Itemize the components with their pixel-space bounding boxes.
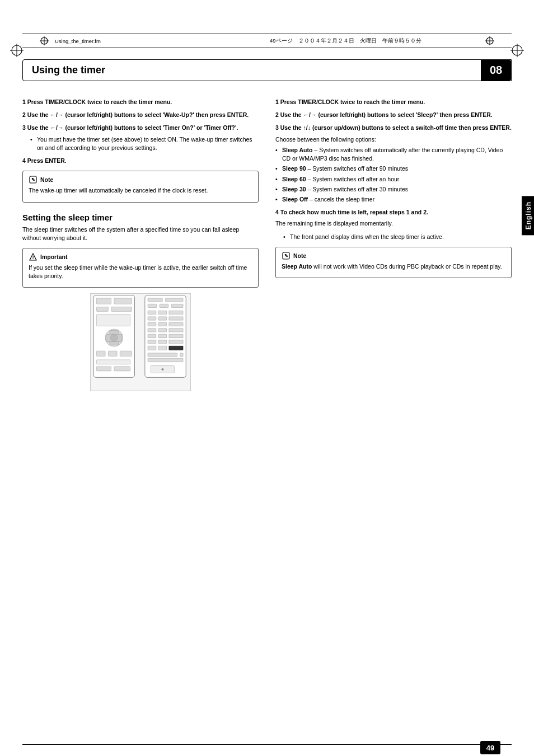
sleep-option-auto-desc: – System switches off automatically afte… [282, 147, 503, 162]
svg-rect-34 [120, 351, 132, 356]
svg-rect-45 [158, 311, 167, 314]
right-step3: 3 Use the ↑/↓ (cursor up/down) buttons t… [275, 124, 512, 132]
svg-rect-43 [171, 304, 183, 308]
svg-point-31 [111, 335, 118, 342]
svg-rect-56 [148, 335, 156, 338]
sleep-option-off-desc: – cancels the sleep timer [308, 196, 374, 203]
right-note-header: ✎ Note [282, 251, 505, 260]
right-note-body-text: will not work with Video CDs during PBC … [312, 263, 502, 270]
remote-image-wrap: ⊕ [22, 293, 259, 391]
left-step4: 4 Press ENTER. [22, 157, 259, 165]
svg-text:⊕: ⊕ [161, 368, 164, 372]
reg-mark-right [485, 36, 495, 46]
svg-rect-58 [169, 335, 183, 338]
important-header: ! Important [29, 252, 252, 261]
english-tab: English [522, 196, 534, 235]
two-column-layout: 1 Press TIMER/CLOCK twice to reach the t… [22, 98, 512, 391]
svg-text:✎: ✎ [284, 253, 288, 259]
svg-rect-37 [114, 367, 130, 371]
sleep-option-auto-label: Sleep Auto [282, 147, 312, 153]
left-column: 1 Press TIMER/CLOCK twice to reach the t… [22, 98, 259, 391]
svg-rect-67 [148, 359, 183, 362]
svg-rect-33 [108, 351, 117, 356]
svg-rect-52 [169, 323, 183, 326]
svg-text:✎: ✎ [31, 177, 35, 182]
chapter-number: 08 [481, 60, 511, 81]
svg-rect-49 [169, 317, 183, 320]
svg-rect-47 [148, 317, 156, 320]
svg-rect-23 [96, 298, 111, 304]
sleep-option-90: Sleep 90 – System switches off after 90 … [275, 165, 512, 173]
important-icon: ! [29, 252, 38, 261]
left-note-body: The wake-up timer will automatically be … [29, 186, 252, 195]
svg-rect-27 [96, 314, 130, 326]
left-step3-list: You must have the timer set (see above) … [30, 135, 259, 152]
right-note-icon: ✎ [282, 251, 291, 260]
sleep-option-60-desc: – System switches off after an hour [306, 176, 400, 182]
svg-rect-32 [96, 351, 105, 356]
sleep-option-30-desc: – System switches off after 30 minutes [306, 186, 408, 192]
sleep-option-off-label: Sleep Off [282, 196, 308, 203]
reg-mark-left [39, 36, 49, 46]
right-step1: 1 Press TIMER/CLOCK twice to reach the t… [275, 98, 512, 106]
sleep-option-60-label: Sleep 60 [282, 176, 306, 182]
left-step3-indent: You must have the timer set (see above) … [22, 135, 259, 152]
left-note-label: Note [40, 176, 53, 183]
bottom-border-line [22, 744, 512, 745]
svg-rect-24 [114, 298, 132, 304]
svg-rect-54 [158, 328, 167, 332]
file-header: Using_the_timer.fm 49ページ ２００４年２月２４日 火曜日 … [22, 34, 512, 48]
svg-rect-48 [158, 317, 167, 320]
sleep-option-30-label: Sleep 30 [282, 186, 306, 192]
sleep-option-90-label: Sleep 90 [282, 165, 306, 172]
svg-rect-55 [169, 328, 183, 332]
svg-rect-59 [169, 346, 183, 350]
right-step4: 4 To check how much time is left, repeat… [275, 208, 512, 217]
svg-rect-51 [158, 323, 167, 326]
sleep-timer-heading: Setting the sleep timer [22, 213, 259, 222]
sleep-timer-intro: The sleep timer switches off the system … [22, 226, 259, 242]
left-step1: 1 Press TIMER/CLOCK twice to reach the t… [22, 98, 259, 106]
page-bottom: 49 En [480, 741, 500, 756]
sleep-option-30: Sleep 30 – System switches off after 30 … [275, 185, 512, 194]
svg-rect-25 [96, 307, 108, 312]
svg-rect-53 [148, 328, 156, 332]
svg-point-3 [512, 45, 522, 55]
right-step4-sub: The remaining time is displayed momentar… [275, 219, 512, 228]
sleep-option-60: Sleep 60 – System switches off after an … [275, 175, 512, 184]
right-step4-bullet: The front panel display dims when the sl… [283, 233, 512, 241]
svg-rect-41 [148, 304, 157, 308]
important-body: If you set the sleep timer while the wak… [29, 264, 252, 280]
svg-rect-39 [148, 298, 162, 302]
remote-control-image: ⊕ [90, 293, 191, 391]
sleep-option-auto: Sleep Auto – System switches off automat… [275, 146, 512, 163]
file-header-text: Using_the_timer.fm [55, 38, 264, 44]
svg-rect-57 [158, 335, 167, 338]
chapter-title: Using the timer [23, 60, 481, 81]
right-note-body: Sleep Auto will not work with Video CDs … [282, 262, 505, 271]
right-note-label: Note [293, 252, 306, 259]
svg-rect-36 [96, 367, 111, 371]
main-content: Using the timer 08 English 1 Press TIMER… [22, 59, 512, 391]
sleep-option-90-desc: – System switches off after 90 minutes [306, 165, 408, 172]
svg-rect-35 [96, 360, 130, 364]
right-step4-indent: The front panel display dims when the sl… [275, 233, 512, 241]
right-note-box: ✎ Note Sleep Auto will not work with Vid… [275, 247, 512, 278]
left-note-header: ✎ Note [29, 175, 252, 184]
note-icon: ✎ [29, 175, 38, 184]
right-step4-list: The front panel display dims when the sl… [283, 233, 512, 241]
svg-rect-26 [111, 307, 132, 312]
svg-rect-62 [169, 340, 183, 344]
svg-rect-42 [160, 304, 168, 308]
svg-rect-61 [158, 340, 167, 344]
svg-rect-60 [148, 340, 156, 344]
svg-rect-44 [148, 311, 156, 314]
svg-rect-64 [158, 346, 167, 350]
sleep-options-list: Sleep Auto – System switches off automat… [275, 146, 512, 204]
svg-rect-66 [180, 353, 183, 356]
sleep-option-off: Sleep Off – cancels the sleep timer [275, 195, 512, 204]
left-step3: 3 Use the ←/→ (cursor left/right) button… [22, 124, 259, 132]
svg-text:!: ! [32, 255, 34, 260]
svg-rect-63 [148, 346, 156, 350]
chapter-header: Using the timer 08 [22, 59, 512, 81]
